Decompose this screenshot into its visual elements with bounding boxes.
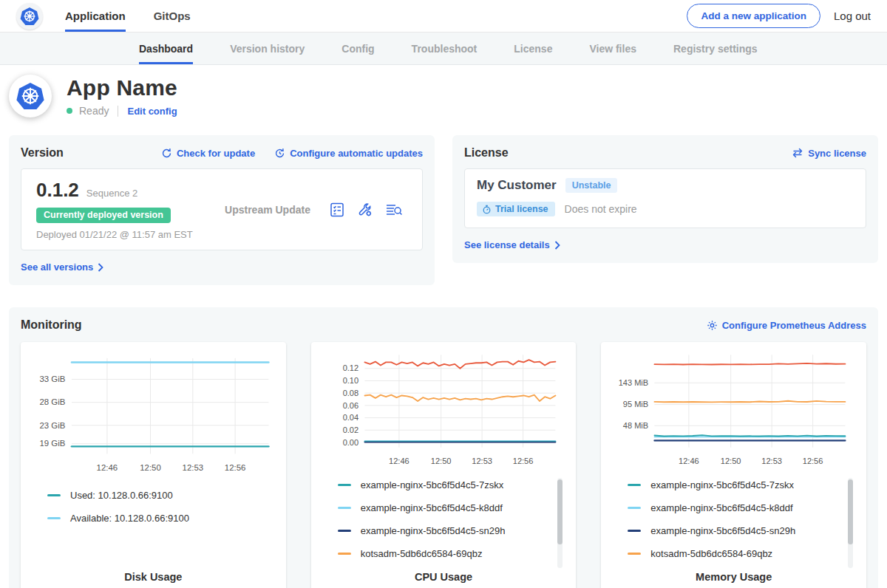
legend-color-swatch xyxy=(628,484,641,486)
version-card: Version Check for update Configure au xyxy=(9,135,435,285)
legend-item: example-nginx-5bc6f5d4c5-sn29h xyxy=(338,525,571,536)
svg-text:0.06: 0.06 xyxy=(342,401,358,410)
svg-text:12:53: 12:53 xyxy=(762,457,783,465)
legend-label: example-nginx-5bc6f5d4c5-sn29h xyxy=(361,525,506,536)
license-expiry: Does not expire xyxy=(565,203,637,215)
license-card: License Sync license My Customer Unstabl… xyxy=(452,135,878,263)
monitoring-section: Monitoring Configure Prometheus Address … xyxy=(9,307,878,588)
chart-legend: example-nginx-5bc6f5d4c5-7zskxexample-ng… xyxy=(338,479,571,571)
add-application-button[interactable]: Add a new application xyxy=(687,4,820,28)
svg-text:12:46: 12:46 xyxy=(679,457,699,465)
svg-text:0.00: 0.00 xyxy=(342,438,358,447)
subnav-item-view-files[interactable]: View files xyxy=(589,33,636,64)
svg-text:48 MiB: 48 MiB xyxy=(623,421,648,430)
subnav-item-registry-settings[interactable]: Registry settings xyxy=(673,33,758,64)
legend-color-swatch xyxy=(628,507,641,509)
edit-config-link[interactable]: Edit config xyxy=(127,106,177,117)
series-line xyxy=(364,395,555,401)
legend-label: Used: 10.128.0.66:9100 xyxy=(70,490,173,501)
legend-label: example-nginx-5bc6f5d4c5-7zskx xyxy=(650,479,794,490)
license-card-title: License xyxy=(464,146,509,160)
gear-icon xyxy=(707,320,718,331)
subnav-item-troubleshoot[interactable]: Troubleshoot xyxy=(412,33,478,64)
scrollbar-thumb[interactable] xyxy=(848,479,853,544)
svg-text:0.12: 0.12 xyxy=(342,363,358,372)
legend-scrollbar[interactable] xyxy=(848,478,853,568)
legend-label: kotsadm-5db6dc6584-69qbz xyxy=(650,548,772,559)
legend-item: example-nginx-5bc6f5d4c5-7zskx xyxy=(628,479,860,490)
svg-text:28 GiB: 28 GiB xyxy=(39,397,65,406)
check-for-update-link[interactable]: Check for update xyxy=(161,148,255,159)
legend-color-swatch xyxy=(628,553,641,555)
preflight-checks-icon[interactable] xyxy=(329,202,345,218)
brand-logo[interactable] xyxy=(16,0,43,32)
svg-text:12:53: 12:53 xyxy=(183,463,204,472)
legend-item: example-nginx-5bc6f5d4c5-k8ddf xyxy=(338,502,571,513)
scrollbar-thumb[interactable] xyxy=(557,479,563,544)
config-wrench-icon[interactable] xyxy=(357,202,373,218)
subnav-item-dashboard[interactable]: Dashboard xyxy=(139,33,193,64)
svg-text:12:53: 12:53 xyxy=(472,457,492,465)
license-type-badge: Trial license xyxy=(477,202,555,216)
see-license-details-link[interactable]: See license details xyxy=(464,239,560,250)
subnav-item-version-history[interactable]: Version history xyxy=(230,33,305,64)
schedule-refresh-icon xyxy=(274,148,285,159)
app-header: App Name Ready Edit config xyxy=(0,65,887,128)
legend-label: kotsadm-5db6dc6584-69qbz xyxy=(361,548,483,559)
top-navigation: ApplicationGitOps Add a new application … xyxy=(0,0,887,33)
svg-text:12:56: 12:56 xyxy=(225,463,246,472)
legend-label: example-nginx-5bc6f5d4c5-sn29h xyxy=(650,525,795,536)
channel-badge: Unstable xyxy=(565,178,618,193)
app-sub-navigation: DashboardVersion historyConfigTroublesho… xyxy=(0,33,887,65)
legend-color-swatch xyxy=(47,517,61,519)
topnav-tab-gitops[interactable]: GitOps xyxy=(154,0,191,32)
svg-text:0.08: 0.08 xyxy=(342,389,358,397)
app-avatar xyxy=(9,75,52,117)
svg-text:12:50: 12:50 xyxy=(721,457,741,465)
disk-usage-chart: 19 GiB23 GiB28 GiB33 GiB12:4612:5012:531… xyxy=(27,349,280,481)
cpu-usage-card: 0.000.020.040.060.080.100.1212:4612:5012… xyxy=(311,342,577,588)
legend-item: example-nginx-5bc6f5d4c5-sn29h xyxy=(628,525,860,536)
subnav-item-config[interactable]: Config xyxy=(341,33,374,64)
legend-color-swatch xyxy=(628,530,641,532)
sync-license-link[interactable]: Sync license xyxy=(792,148,866,159)
legend-color-swatch xyxy=(338,553,351,555)
memory-usage-chart: 48 MiB95 MiB143 MiB12:4612:5012:5312:56 xyxy=(607,349,860,471)
configure-automatic-updates-link[interactable]: Configure automatic updates xyxy=(274,148,423,159)
legend-item: kotsadm-5db6dc6584-69qbz xyxy=(628,548,860,559)
chart-legend: example-nginx-5bc6f5d4c5-7zskxexample-ng… xyxy=(628,479,860,571)
series-line xyxy=(655,401,846,403)
memory-usage-card: 48 MiB95 MiB143 MiB12:4612:5012:5312:56e… xyxy=(601,342,866,588)
svg-text:12:56: 12:56 xyxy=(803,457,823,465)
topnav-tab-application[interactable]: Application xyxy=(65,0,126,32)
svg-text:12:50: 12:50 xyxy=(430,457,451,465)
subnav-item-license[interactable]: License xyxy=(514,33,552,64)
deployed-badge: Currently deployed version xyxy=(36,208,171,223)
kubernetes-logo-icon xyxy=(15,81,46,112)
view-logs-icon[interactable] xyxy=(385,202,403,218)
logout-button[interactable]: Log out xyxy=(834,10,871,22)
legend-label: example-nginx-5bc6f5d4c5-k8ddf xyxy=(361,502,503,513)
cpu-usage-chart: 0.000.020.040.060.080.100.1212:4612:5012… xyxy=(317,349,571,471)
svg-text:0.10: 0.10 xyxy=(342,376,358,385)
svg-text:143 MiB: 143 MiB xyxy=(619,378,649,387)
memory-usage-chart-title: Memory Usage xyxy=(607,571,860,586)
divider xyxy=(118,106,118,117)
topnav-tabs: ApplicationGitOps xyxy=(65,0,191,32)
status-dot xyxy=(67,108,72,114)
disk-usage-chart-title: Disk Usage xyxy=(27,571,280,586)
svg-text:23 GiB: 23 GiB xyxy=(39,421,65,430)
page-title: App Name xyxy=(67,75,177,100)
legend-scrollbar[interactable] xyxy=(557,478,563,568)
version-sequence: Sequence 2 xyxy=(86,188,137,199)
chevron-right-icon xyxy=(554,241,560,250)
svg-text:12:46: 12:46 xyxy=(389,457,409,465)
configure-prometheus-link[interactable]: Configure Prometheus Address xyxy=(707,320,866,331)
svg-text:0.02: 0.02 xyxy=(342,425,358,434)
see-all-versions-link[interactable]: See all versions xyxy=(21,261,103,273)
legend-color-swatch xyxy=(338,507,351,509)
legend-item: kotsadm-5db6dc6584-69qbz xyxy=(338,548,571,559)
svg-text:12:56: 12:56 xyxy=(512,457,533,465)
deployed-timestamp: Deployed 01/21/22 @ 11:57 am EST xyxy=(36,229,206,240)
svg-text:33 GiB: 33 GiB xyxy=(39,375,65,383)
